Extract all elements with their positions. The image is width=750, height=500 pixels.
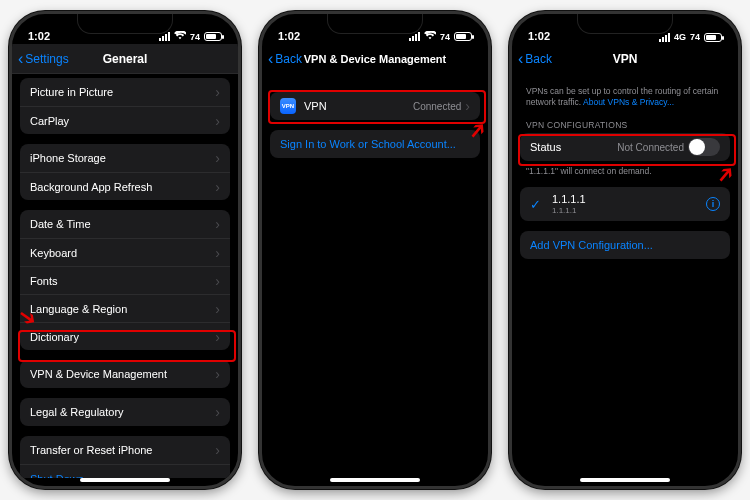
- back-label: Settings: [25, 52, 68, 66]
- row-fonts[interactable]: Fonts›: [20, 266, 230, 294]
- page-title: General: [103, 52, 148, 66]
- home-indicator: [80, 478, 170, 482]
- row-vpn-device-management[interactable]: VPN & Device Management›: [20, 360, 230, 388]
- phone-general: 1:02 74 ‹ Settings General Picture in Pi…: [9, 11, 241, 489]
- row-config-1111[interactable]: ✓ 1.1.1.1 1.1.1.1 i: [520, 187, 730, 221]
- chevron-right-icon: ›: [215, 114, 220, 128]
- back-label: Back: [275, 52, 302, 66]
- chevron-right-icon: ›: [215, 151, 220, 165]
- chevron-right-icon: ›: [215, 274, 220, 288]
- content-vpndm: VPN VPN Connected › Sign In to Work or S…: [262, 74, 488, 478]
- battery-icon: [204, 32, 222, 41]
- notch: [577, 14, 673, 34]
- chevron-right-icon: ›: [465, 99, 470, 113]
- row-transfer-reset[interactable]: Transfer or Reset iPhone›: [20, 436, 230, 464]
- vpn-status: Connected: [413, 101, 461, 112]
- cell-label: 4G: [674, 32, 686, 42]
- chevron-left-icon: ‹: [268, 51, 273, 67]
- chevron-left-icon: ‹: [18, 51, 23, 67]
- vpn-icon: VPN: [280, 98, 296, 114]
- row-legal-regulatory[interactable]: Legal & Regulatory›: [20, 398, 230, 426]
- battery-pct: 74: [690, 32, 700, 42]
- nav-bar-vpndm: ‹ Back VPN & Device Management: [262, 44, 488, 74]
- clock: 1:02: [528, 30, 550, 42]
- battery-pct: 74: [440, 32, 450, 42]
- row-carplay[interactable]: CarPlay›: [20, 106, 230, 134]
- page-title: VPN & Device Management: [304, 53, 446, 65]
- chevron-right-icon: ›: [215, 246, 220, 260]
- chevron-left-icon: ‹: [518, 51, 523, 67]
- row-keyboard[interactable]: Keyboard›: [20, 238, 230, 266]
- chevron-right-icon: ›: [215, 405, 220, 419]
- row-dictionary[interactable]: Dictionary›: [20, 322, 230, 350]
- wifi-icon: [174, 31, 186, 42]
- info-icon[interactable]: i: [706, 197, 720, 211]
- back-button[interactable]: ‹ Back: [518, 51, 552, 67]
- status-toggle[interactable]: [688, 138, 720, 156]
- phone-vpn: 1:02 4G 74 ‹ Back VPN VPNs can be set up…: [509, 11, 741, 489]
- row-date-time[interactable]: Date & Time›: [20, 210, 230, 238]
- clock: 1:02: [278, 30, 300, 42]
- row-iphone-storage[interactable]: iPhone Storage›: [20, 144, 230, 172]
- chevron-right-icon: ›: [215, 85, 220, 99]
- nav-bar-general: ‹ Settings General: [12, 44, 238, 74]
- notch: [327, 14, 423, 34]
- notch: [77, 14, 173, 34]
- row-shut-down[interactable]: Shut Down: [20, 464, 230, 478]
- chevron-right-icon: ›: [215, 330, 220, 344]
- chevron-right-icon: ›: [215, 367, 220, 381]
- row-background-app-refresh[interactable]: Background App Refresh›: [20, 172, 230, 200]
- back-to-settings[interactable]: ‹ Settings: [18, 51, 69, 67]
- battery-icon: [704, 33, 722, 42]
- check-icon: ✓: [530, 197, 542, 212]
- phone-vpn-device-mgmt: 1:02 74 ‹ Back VPN & Device Management V…: [259, 11, 491, 489]
- ondemand-note: "1.1.1.1" will connect on demand.: [526, 166, 724, 177]
- about-vpns-link[interactable]: About VPNs & Privacy...: [583, 97, 674, 107]
- nav-bar-vpn: ‹ Back VPN: [512, 44, 738, 74]
- page-title: VPN: [613, 52, 638, 66]
- home-indicator: [580, 478, 670, 482]
- header-vpn-configurations: VPN CONFIGURATIONS: [526, 120, 724, 130]
- back-label: Back: [525, 52, 552, 66]
- chevron-right-icon: ›: [215, 443, 220, 457]
- chevron-right-icon: ›: [215, 217, 220, 231]
- chevron-right-icon: ›: [215, 180, 220, 194]
- vpn-description: VPNs can be set up to control the routin…: [526, 86, 724, 108]
- row-vpn[interactable]: VPN VPN Connected ›: [270, 92, 480, 120]
- clock: 1:02: [28, 30, 50, 42]
- battery-pct: 74: [190, 32, 200, 42]
- row-signin-work-school[interactable]: Sign In to Work or School Account...: [270, 130, 480, 158]
- row-picture-in-picture[interactable]: Picture in Picture›: [20, 78, 230, 106]
- status-value: Not Connected: [617, 142, 684, 153]
- battery-icon: [454, 32, 472, 41]
- wifi-icon: [424, 31, 436, 42]
- row-status: Status Not Connected: [520, 133, 730, 161]
- back-button[interactable]: ‹ Back: [268, 51, 302, 67]
- content-vpn: VPNs can be set up to control the routin…: [512, 74, 738, 478]
- row-language-region[interactable]: Language & Region›: [20, 294, 230, 322]
- row-add-vpn-config[interactable]: Add VPN Configuration...: [520, 231, 730, 259]
- home-indicator: [330, 478, 420, 482]
- content-general: Picture in Picture› CarPlay› iPhone Stor…: [12, 74, 238, 478]
- chevron-right-icon: ›: [215, 302, 220, 316]
- config-sub: 1.1.1.1: [552, 206, 706, 215]
